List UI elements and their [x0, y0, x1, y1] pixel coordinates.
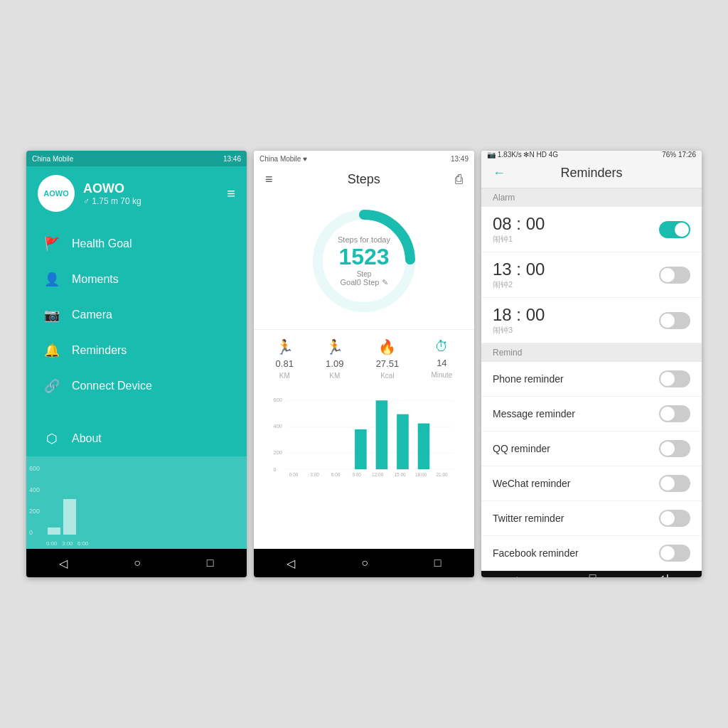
stat-calories: 🔥 27.51 Kcal — [376, 338, 400, 380]
bar-chart-svg: 600 400 200 0 0:00 — [259, 394, 469, 479]
stat-distance2: 🏃 1.09 KM — [326, 338, 343, 380]
health-goal-icon: 🚩 — [43, 236, 60, 252]
svg-rect-5 — [63, 499, 76, 535]
remind-phone-toggle[interactable] — [659, 370, 690, 387]
svg-text:18:00: 18:00 — [415, 472, 427, 477]
run-icon-2: 🏃 — [326, 338, 343, 355]
alarm-info-1: 08 : 00 闹钟1 — [493, 214, 545, 245]
app-screenshots: China Mobile 13:46 AOWO AOWO ♂ 1.75 m 70… — [0, 0, 728, 728]
steps-title: Steps — [273, 172, 455, 187]
remind-facebook-toggle[interactable] — [659, 545, 690, 562]
clock-icon: ⏱ — [434, 338, 449, 355]
nav-back-3[interactable]: ← — [513, 572, 525, 578]
nav-recent-3[interactable]: ↵ — [660, 571, 670, 577]
svg-text:3:00: 3:00 — [310, 472, 319, 477]
about-icon: ⬡ — [43, 431, 60, 446]
alarm-toggle-2[interactable] — [659, 267, 690, 284]
remind-phone: Phone reminder — [481, 362, 702, 397]
nav-bar-1: ◁ ○ □ — [26, 549, 247, 577]
menu-header: AOWO AOWO ♂ 1.75 m 70 kg ≡ — [26, 166, 247, 220]
menu-item-health-goal[interactable]: 🚩 Health Goal — [26, 226, 247, 262]
nav-back-2[interactable]: ◁ — [287, 557, 295, 570]
alarm-time-2: 13 : 00 — [493, 259, 545, 279]
steps-circle-area: Steps for today 1523 Step Goal0 Step ✎ — [254, 193, 474, 329]
share-icon[interactable]: ⎙ — [455, 172, 463, 187]
alarm-name-2: 闹钟2 — [493, 279, 545, 290]
connect-device-label: Connect Device — [72, 380, 152, 392]
remind-wechat-toggle[interactable] — [659, 475, 690, 492]
mini-chart-svg: 600 400 200 0 0:00 3:00 6:00 — [26, 456, 247, 549]
svg-rect-25 — [418, 424, 430, 470]
time-1: 13:46 — [223, 155, 241, 163]
back-arrow-icon[interactable]: ← — [493, 166, 505, 181]
alarm-time-1: 08 : 00 — [493, 214, 545, 234]
alarm-toggle-3[interactable] — [659, 312, 690, 329]
circle-center: Steps for today 1523 Step Goal0 Step ✎ — [338, 235, 390, 287]
remind-qq-toggle[interactable] — [659, 440, 690, 457]
remind-twitter: Twitter reminder — [481, 501, 702, 536]
alarm-section-label: Alarm — [481, 188, 702, 207]
remind-qq-label: QQ reminder — [493, 443, 550, 454]
svg-text:200: 200 — [274, 449, 282, 456]
screen3-reminders: 📷 1.83K/s ✻N HD 4G 76% 17:26 ← Reminders… — [481, 151, 702, 577]
bar-chart-area: 600 400 200 0 0:00 — [254, 388, 474, 549]
run-icon-1: 🏃 — [276, 338, 294, 355]
hamburger-icon[interactable]: ≡ — [227, 186, 235, 202]
nav-home-2[interactable]: ○ — [361, 557, 368, 569]
menu-icon-steps[interactable]: ≡ — [265, 172, 273, 187]
svg-rect-23 — [376, 400, 388, 469]
remind-twitter-toggle[interactable] — [659, 510, 690, 527]
status-right-3: 76% 17:26 — [662, 151, 696, 159]
user-info: AOWO ♂ 1.75 m 70 kg — [83, 181, 141, 206]
stat-unit-4: Minute — [431, 371, 452, 379]
stat-val-1: 0.81 — [276, 358, 294, 369]
reminders-title: Reminders — [517, 166, 666, 181]
user-stats: ♂ 1.75 m 70 kg — [83, 196, 141, 206]
menu-list: 🚩 Health Goal 👤 Moments 📷 Camera 🔔 Remin… — [26, 220, 247, 421]
steps-unit: Step — [338, 270, 390, 278]
svg-text:400: 400 — [29, 486, 40, 493]
nav-back-1[interactable]: ◁ — [59, 557, 68, 570]
stat-unit-1: KM — [279, 372, 290, 380]
alarm-item-2: 13 : 00 闹钟2 — [481, 252, 702, 298]
remind-section-label: Remind — [481, 343, 702, 362]
screen2-steps: China Mobile ♥ 13:49 ≡ Steps ⎙ Steps for… — [254, 151, 474, 577]
remind-message: Message reminder — [481, 397, 702, 432]
svg-text:9:00: 9:00 — [352, 472, 361, 477]
svg-text:200: 200 — [29, 508, 40, 515]
status-left-3: 📷 1.83K/s ✻N HD 4G — [487, 151, 558, 159]
steps-today-label: Steps for today — [338, 235, 390, 244]
stat-distance1: 🏃 0.81 KM — [276, 338, 294, 380]
carrier-1: China Mobile — [32, 155, 73, 163]
alarm-toggle-1[interactable] — [659, 221, 690, 238]
moments-label: Moments — [72, 273, 119, 286]
menu-item-camera[interactable]: 📷 Camera — [26, 297, 247, 333]
alarm-name-3: 闹钟3 — [493, 325, 545, 336]
remind-facebook: Facebook reminder — [481, 536, 702, 571]
steps-count: 1523 — [338, 244, 390, 270]
stat-unit-2: KM — [329, 372, 340, 380]
menu-item-moments[interactable]: 👤 Moments — [26, 262, 247, 297]
status-bar-3: 📷 1.83K/s ✻N HD 4G 76% 17:26 — [481, 151, 702, 159]
svg-text:0:00: 0:00 — [46, 540, 58, 547]
svg-text:3:00: 3:00 — [62, 540, 73, 547]
nav-recent-2[interactable]: □ — [434, 557, 441, 569]
svg-rect-22 — [355, 429, 367, 469]
nav-home-3[interactable]: □ — [589, 572, 596, 578]
menu-item-connect-device[interactable]: 🔗 Connect Device — [26, 368, 247, 404]
nav-home-1[interactable]: ○ — [134, 557, 141, 569]
svg-text:6:00: 6:00 — [77, 540, 89, 547]
stat-val-3: 27.51 — [376, 358, 400, 369]
reminders-header: ← Reminders — [481, 159, 702, 188]
menu-item-reminders[interactable]: 🔔 Reminders — [26, 333, 247, 368]
svg-text:6:00: 6:00 — [331, 472, 341, 477]
stat-val-4: 14 — [437, 358, 446, 368]
stats-row: 🏃 0.81 KM 🏃 1.09 KM 🔥 27.51 Kcal ⏱ 14 Mi… — [254, 329, 474, 388]
remind-message-toggle[interactable] — [659, 405, 690, 422]
menu-footer-about[interactable]: ⬡ About — [26, 421, 247, 456]
about-label: About — [72, 432, 102, 445]
nav-recent-1[interactable]: □ — [207, 557, 214, 569]
svg-text:0: 0 — [29, 529, 33, 536]
stat-time: ⏱ 14 Minute — [431, 338, 452, 380]
alarm-item-3: 18 : 00 闹钟3 — [481, 298, 702, 343]
